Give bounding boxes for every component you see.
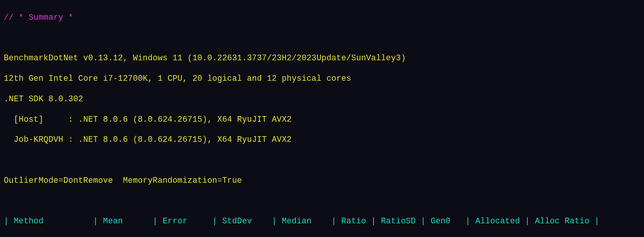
table-header: | Method | Mean | Error | StdDev | Media… xyxy=(4,216,640,226)
blank-line xyxy=(4,33,640,43)
env-cpu: 12th Gen Intel Core i7-12700K, 1 CPU, 20… xyxy=(4,74,640,84)
env-host: [Host] : .NET 8.0.6 (8.0.624.26715), X64… xyxy=(4,115,640,125)
env-sdk: .NET SDK 8.0.302 xyxy=(4,94,640,104)
env-job: Job-KRQDVH : .NET 8.0.6 (8.0.624.26715),… xyxy=(4,135,640,145)
blank-line xyxy=(4,155,640,165)
env-benchmarkdotnet: BenchmarkDotNet v0.13.12, Windows 11 (10… xyxy=(4,53,640,63)
summary-comment: // * Summary * xyxy=(4,13,640,23)
terminal-output: // * Summary * BenchmarkDotNet v0.13.12,… xyxy=(0,0,644,237)
env-config: OutlierMode=DontRemove MemoryRandomizati… xyxy=(4,176,640,186)
blank-line xyxy=(4,196,640,206)
